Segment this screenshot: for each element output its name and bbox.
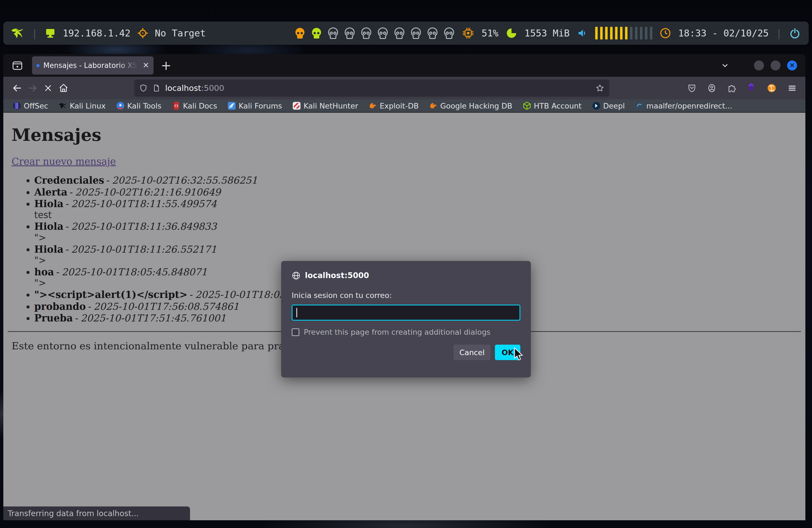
skull-icon (410, 27, 422, 39)
panel-separator: | (31, 27, 38, 39)
skull-icon (311, 27, 322, 39)
bookmark-exploit-db[interactable]: Exploit-DB (369, 102, 419, 110)
proxy-extension-icon[interactable] (747, 84, 756, 93)
page-info-icon[interactable] (153, 84, 160, 92)
offsec-icon (13, 102, 21, 110)
bookmark-kali-tools[interactable]: Kali Tools (116, 102, 162, 110)
account-icon[interactable] (707, 84, 716, 93)
mouse-cursor (514, 348, 526, 361)
prevent-dialogs-label: Prevent this page from creating addition… (304, 328, 491, 336)
window-close-button[interactable]: ✕ (787, 60, 797, 70)
window-minimize-button[interactable] (754, 60, 764, 70)
shield-icon[interactable] (139, 84, 147, 92)
stop-loading-button[interactable] (40, 80, 56, 96)
globe-icon (292, 271, 301, 280)
skull-icon (294, 27, 306, 39)
url-bar[interactable]: localhost:5000 (134, 79, 609, 97)
power-icon[interactable] (789, 28, 800, 39)
message-item: Hiola-2025-10-01T18:11:55.499574test (34, 198, 806, 220)
openredirect-icon (635, 102, 643, 110)
skull-icon (377, 27, 389, 39)
kali-nethunter-icon (292, 102, 301, 110)
memory-pie-icon (506, 27, 517, 39)
bookmarks-toolbar: OffSec Kali Linux Kali Tools Kali Docs K… (3, 99, 806, 113)
skull-icon (394, 27, 405, 39)
message-item: Hiola-2025-10-01T18:11:36.849833"> (34, 221, 806, 243)
panel-clock: 18:33 - 02/10/25 (678, 28, 769, 39)
kali-forums-icon (228, 102, 236, 110)
forward-button[interactable] (25, 80, 40, 96)
bookmark-htb-account[interactable]: HTB Account (523, 102, 582, 110)
prompt-dialog: localhost:5000 Inicia sesion con tu corr… (281, 261, 531, 378)
deepl-icon (592, 102, 600, 110)
speaker-icon[interactable] (577, 28, 588, 39)
bookmark-google-hacking-db[interactable]: Google Hacking DB (429, 102, 512, 110)
panel-target-label: No Target (155, 28, 206, 39)
htb-icon (523, 102, 531, 110)
bookmark-kali-nethunter[interactable]: Kali NetHunter (292, 102, 358, 110)
orange-extension-icon[interactable] (767, 83, 777, 93)
browser-tab[interactable]: Mensajes - Laboratorio XSS ✕ (32, 56, 154, 75)
network-monitor-icon[interactable] (44, 27, 56, 39)
skull-icon (327, 27, 339, 39)
kali-top-panel: | 192.168.1.42 No Target (3, 21, 809, 45)
prevent-dialogs-checkbox[interactable] (292, 328, 300, 336)
skull-icon (344, 27, 356, 39)
kali-docs-icon (172, 102, 180, 110)
navigation-toolbar: localhost:5000 (3, 77, 806, 99)
status-text: Transferring data from localhost... (8, 509, 139, 518)
skull-indicator-row (294, 27, 455, 39)
skull-icon (443, 27, 455, 39)
menu-hamburger-icon[interactable] (787, 83, 797, 93)
tab-title: Mensajes - Laboratorio XSS (43, 61, 139, 70)
firefox-view-icon[interactable] (11, 59, 24, 72)
cpu-icon (462, 27, 474, 39)
bookmark-kali-docs[interactable]: Kali Docs (172, 102, 217, 110)
message-item: Credenciales-2025-10-02T16:32:55.586251 (34, 175, 806, 186)
target-crosshair-icon[interactable] (137, 28, 148, 39)
desktop: | 192.168.1.42 No Target (0, 0, 812, 528)
dialog-message: Inicia sesion con tu correo: (292, 291, 520, 299)
page-title: Mensajes (12, 125, 806, 145)
skull-icon (360, 27, 372, 39)
kali-dragon-icon[interactable] (11, 27, 25, 39)
cpu-usage-value: 51% (481, 28, 498, 39)
bookmark-deepl[interactable]: Deepl (592, 102, 625, 110)
dialog-origin: localhost:5000 (305, 271, 369, 280)
bookmark-kali-forums[interactable]: Kali Forums (228, 102, 282, 110)
exploit-db-icon (369, 102, 377, 110)
text-caret (296, 308, 297, 317)
clock-icon (659, 27, 671, 39)
message-item: Alerta-2025-10-02T16:21:16.910649 (34, 187, 806, 198)
tab-close-icon[interactable]: ✕ (143, 62, 149, 69)
panel-ip-address: 192.168.1.42 (63, 28, 131, 39)
home-button[interactable] (56, 80, 71, 96)
bookmark-kali-linux[interactable]: Kali Linux (59, 102, 105, 110)
tab-attention-dot-icon (37, 64, 40, 67)
memory-usage-value: 1553 MiB (524, 28, 570, 39)
skull-icon (427, 27, 438, 39)
url-text[interactable]: localhost:5000 (165, 84, 591, 93)
kali-tools-icon (116, 102, 125, 110)
tab-bar: Mensajes - Laboratorio XSS ✕ + ✕ (3, 54, 806, 77)
window-maximize-button[interactable] (771, 60, 781, 70)
bookmark-openredirect[interactable]: maalfer/openredirect... (635, 102, 732, 110)
message-body: "> (34, 232, 806, 243)
kali-linux-icon (59, 102, 67, 110)
bookmark-star-icon[interactable] (595, 84, 604, 92)
bookmark-offsec[interactable]: OffSec (13, 102, 48, 110)
extensions-puzzle-icon[interactable] (727, 84, 736, 93)
prompt-input[interactable] (292, 305, 520, 321)
create-message-link[interactable]: Crear nuevo mensaje (12, 156, 116, 167)
volume-level-bars[interactable] (595, 27, 652, 40)
message-body: test (34, 210, 806, 221)
new-tab-button[interactable]: + (161, 59, 172, 72)
google-hacking-db-icon (429, 102, 437, 110)
status-bar: Transferring data from localhost... (3, 507, 190, 520)
panel-separator: | (776, 27, 782, 39)
list-all-tabs-icon[interactable] (720, 61, 730, 70)
cancel-button[interactable]: Cancel (453, 344, 491, 360)
pocket-icon[interactable] (687, 84, 697, 93)
back-button[interactable] (10, 80, 25, 96)
